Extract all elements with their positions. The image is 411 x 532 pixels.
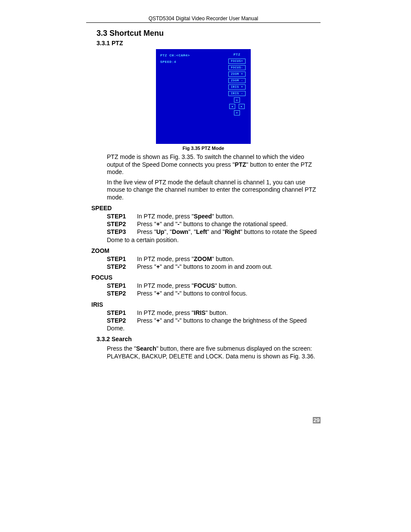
text-bold: FOCUS bbox=[194, 282, 215, 289]
text-bold: Search bbox=[136, 345, 156, 352]
page-number: 29 bbox=[313, 417, 321, 423]
text-run: " buttons to zoom in and zoom out. bbox=[180, 263, 273, 270]
text-run: Press " bbox=[137, 317, 156, 324]
text-bold: Down bbox=[172, 228, 188, 235]
step-text: Press "+" and "-" buttons to control foc… bbox=[137, 289, 321, 297]
step-label: STEP1 bbox=[107, 255, 137, 263]
text-run: ", " bbox=[188, 228, 196, 235]
ptz-iris-plus-button: IRIS + bbox=[228, 84, 246, 90]
text-bold: ZOOM bbox=[194, 255, 212, 262]
text-run: Press " bbox=[137, 221, 156, 227]
text-run: " button. bbox=[212, 213, 234, 220]
text-bold: PTZ bbox=[235, 161, 246, 168]
iris-steps: STEP1In PTZ mode, press "IRIS" button. S… bbox=[107, 309, 321, 333]
text-run: " buttons to control focus. bbox=[180, 290, 248, 297]
text-run: " button. bbox=[212, 255, 234, 262]
ptz-arrow-up: ▲ bbox=[234, 97, 240, 103]
text-run: " and " bbox=[207, 228, 225, 235]
ptz-arrow-down: ▼ bbox=[234, 110, 240, 115]
text-bold: Left bbox=[196, 228, 207, 235]
ptz-focus-minus-button: FOCUS- bbox=[228, 65, 246, 70]
step-label: STEP2 bbox=[107, 317, 137, 324]
step-continuation: Dome. bbox=[107, 324, 321, 332]
text-run: In PTZ mode, press " bbox=[137, 255, 194, 262]
text-run: ", " bbox=[164, 228, 172, 235]
iris-heading: IRIS bbox=[91, 301, 321, 308]
text-run: " button. bbox=[206, 309, 228, 316]
body-paragraph-1: PTZ mode is shown as Fig. 3.35. To switc… bbox=[107, 153, 321, 176]
zoom-steps: STEP1In PTZ mode, press "ZOOM" button. S… bbox=[107, 255, 321, 271]
speed-steps: STEP1In PTZ mode, press "Speed" button. … bbox=[107, 212, 321, 244]
ptz-left-panel: PTZ CH:<CAM4> SPEED:4 bbox=[160, 53, 190, 64]
figure-caption: Fig 3.35 PTZ Mode bbox=[86, 146, 321, 151]
page-header: QSTD5304 Digital Video Recorder User Man… bbox=[86, 16, 321, 23]
text-bold: + bbox=[156, 263, 160, 270]
step-text: Press "+" and "-" buttons to change the … bbox=[137, 317, 321, 324]
document-page: QSTD5304 Digital Video Recorder User Man… bbox=[0, 0, 411, 441]
text-run: " and " bbox=[160, 317, 177, 324]
text-run: " buttons to change the brightness of th… bbox=[180, 317, 307, 324]
step-text: In PTZ mode, press "FOCUS" button. bbox=[137, 282, 321, 289]
text-run: Press " bbox=[137, 228, 156, 235]
ptz-zoom-minus-button: ZOOM - bbox=[228, 78, 246, 83]
text-run: Press the " bbox=[107, 345, 136, 352]
step-label: STEP2 bbox=[107, 289, 137, 297]
step-text: Press "Up", "Down", "Left" and "Right" b… bbox=[137, 228, 321, 236]
step-label: STEP2 bbox=[107, 263, 137, 271]
text-run: Press " bbox=[137, 263, 156, 270]
text-bold: + bbox=[156, 317, 160, 324]
step-continuation: Dome to a certain position. bbox=[107, 236, 321, 244]
body-paragraph-2: In the live view of PTZ mode the default… bbox=[107, 179, 321, 202]
step-label: STEP1 bbox=[107, 212, 137, 220]
ptz-arrow-row: ◀ ▶ bbox=[229, 104, 245, 109]
section-heading: 3.3 Shortcut Menu bbox=[97, 29, 321, 38]
focus-steps: STEP1In PTZ mode, press "FOCUS" button. … bbox=[107, 282, 321, 297]
text-run: " and " bbox=[160, 290, 177, 297]
ptz-title: PTZ bbox=[234, 53, 240, 56]
step-text: In PTZ mode, press "ZOOM" button. bbox=[137, 255, 321, 263]
text-run: " buttons to change the rotational speed… bbox=[180, 221, 288, 227]
page-number-wrap: 29 bbox=[86, 416, 321, 424]
step-text: In PTZ mode, press "Speed" button. bbox=[137, 212, 321, 220]
zoom-heading: ZOOM bbox=[91, 247, 321, 254]
ptz-channel-label: PTZ CH:<CAM4> bbox=[160, 53, 190, 57]
ptz-right-panel: PTZ FOCUS+ FOCUS- ZOOM + ZOOM - IRIS + I… bbox=[228, 53, 246, 115]
text-bold: + bbox=[156, 221, 160, 227]
text-run: Press " bbox=[137, 290, 156, 297]
text-run: " and " bbox=[160, 263, 177, 270]
text-bold: IRIS bbox=[194, 309, 206, 316]
text-run: " and " bbox=[160, 221, 177, 227]
text-run: In PTZ mode, press " bbox=[137, 213, 194, 220]
ptz-focus-plus-button: FOCUS+ bbox=[228, 59, 246, 64]
ptz-mode-figure: PTZ CH:<CAM4> SPEED:4 PTZ FOCUS+ FOCUS- … bbox=[156, 49, 251, 144]
step-label: STEP1 bbox=[107, 282, 137, 289]
text-bold: Up bbox=[156, 228, 165, 235]
text-bold: Right bbox=[225, 228, 240, 235]
ptz-arrow-left: ◀ bbox=[229, 104, 235, 109]
focus-heading: FOCUS bbox=[91, 274, 321, 281]
step-label: STEP1 bbox=[107, 309, 137, 317]
search-paragraph: Press the "Search" button, there are fiv… bbox=[107, 345, 321, 360]
step-text: Press "+" and "-" buttons to change the … bbox=[137, 220, 321, 228]
step-label: STEP2 bbox=[107, 220, 137, 228]
figure-wrapper: PTZ CH:<CAM4> SPEED:4 PTZ FOCUS+ FOCUS- … bbox=[86, 49, 321, 144]
text-run: In PTZ mode, press " bbox=[137, 309, 194, 316]
speed-heading: SPEED bbox=[91, 205, 321, 212]
step-label: STEP3 bbox=[107, 228, 137, 236]
step-text: Press "+" and "-" buttons to zoom in and… bbox=[137, 263, 321, 271]
step-text: In PTZ mode, press "IRIS" button. bbox=[137, 309, 321, 317]
text-bold: Speed bbox=[194, 213, 212, 220]
search-heading: 3.3.2 Search bbox=[97, 336, 321, 342]
subsection-heading: 3.3.1 PTZ bbox=[97, 40, 321, 47]
ptz-iris-minus-button: IRIS - bbox=[228, 91, 246, 96]
ptz-speed-label: SPEED:4 bbox=[160, 60, 190, 64]
text-bold: + bbox=[156, 290, 160, 297]
ptz-zoom-plus-button: ZOOM + bbox=[228, 72, 246, 77]
ptz-arrow-right: ▶ bbox=[239, 104, 245, 109]
text-run: " button. bbox=[215, 282, 237, 289]
text-run: " buttons to rotate the Speed bbox=[240, 228, 317, 235]
text-run: In PTZ mode, press " bbox=[137, 282, 194, 289]
